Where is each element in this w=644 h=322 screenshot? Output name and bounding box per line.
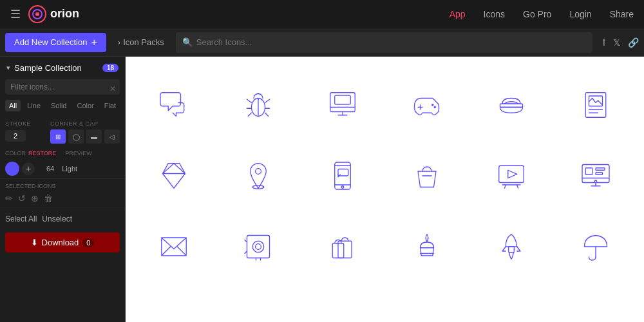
search-bar: 🔍 [176,32,592,53]
add-collection-label: Add New Collection [14,37,87,47]
cap-arrow-btn[interactable]: ◁ [104,129,120,144]
svg-point-49 [252,241,264,252]
collection-header: ▾ Sample Collection 18 [0,57,125,79]
svg-rect-42 [585,168,592,175]
svg-rect-48 [247,236,270,258]
icon-video-player[interactable] [469,140,553,211]
copy-icon[interactable]: ↺ [18,193,26,204]
icon-packs-label: Icon Packs [123,37,164,47]
corner-cap-group: CORNER & CAP ⊞ ◯ ▬ ◁ [50,120,120,144]
logo: orion [28,5,79,23]
svg-point-24 [256,169,261,175]
svg-rect-32 [498,166,524,182]
tab-all[interactable]: All [5,100,21,111]
nav-link-gopro[interactable]: Go Pro [523,9,551,19]
add-collection-button[interactable]: Add New Collection + [5,33,106,52]
hamburger-icon[interactable]: ☰ [10,7,21,21]
color-label: COLOR [5,150,26,156]
nav-link-login[interactable]: Login [569,9,591,19]
tab-solid[interactable]: Solid [47,100,70,111]
plus-icon: + [91,37,97,48]
svg-point-29 [341,186,344,189]
cap-round-btn[interactable]: ◯ [68,129,84,144]
icon-gamepad[interactable] [384,70,469,140]
icon-diamond[interactable] [132,140,216,211]
logo-text: orion [50,7,79,21]
corner-cap-label: CORNER & CAP [50,120,120,127]
svg-rect-44 [596,173,603,175]
icon-packs-button[interactable]: › Icon Packs [111,33,171,51]
icon-shopping-bags[interactable] [301,211,385,282]
tab-flat[interactable]: Flat [100,100,120,111]
svg-point-41 [594,180,597,183]
preview-value: 64 [46,165,54,173]
add-color-button[interactable]: + [22,162,35,175]
toolbar-social: f 𝕏 🔗 [603,37,639,48]
icon-actions: ✏ ↺ ⊕ 🗑 [5,192,120,205]
search-icon: 🔍 [182,37,193,47]
filter-input[interactable] [5,79,120,95]
main-area: ▾ Sample Collection 18 ✕ All Line Solid … [0,57,644,322]
tab-line[interactable]: Line [23,100,44,111]
svg-rect-16 [589,96,602,106]
svg-point-13 [433,106,436,109]
icon-envelope[interactable] [132,211,216,282]
icon-desktop-screen[interactable] [553,140,638,211]
nav-link-app[interactable]: App [450,9,466,19]
icon-chat-bubble[interactable] [132,70,216,140]
icon-umbrella[interactable] [553,211,638,282]
edit-icon[interactable]: ✏ [5,193,13,204]
nav-links: App Icons Go Pro Login Share [450,9,634,19]
facebook-icon[interactable]: f [603,37,605,48]
svg-line-22 [180,164,185,174]
svg-line-36 [516,185,518,188]
icon-safe-box[interactable] [216,211,301,282]
svg-rect-14 [500,104,522,107]
cap-buttons: ⊞ ◯ ▬ ◁ [50,129,120,144]
color-controls: + 64 Light [0,159,125,178]
icon-mobile-chat[interactable] [301,140,385,211]
icon-image-frame[interactable] [553,70,638,140]
download-button[interactable]: ⬇ Download 0 [5,232,120,252]
chevron-down-icon[interactable]: ▾ [6,64,10,72]
icon-location-pin[interactable] [216,140,301,211]
stroke-corner-section: STROKE CORNER & CAP ⊞ ◯ ▬ ◁ [0,117,125,147]
svg-line-47 [178,247,187,256]
download-label: Download [42,238,79,247]
sidebar: ▾ Sample Collection 18 ✕ All Line Solid … [0,57,126,322]
svg-rect-30 [338,169,348,176]
link-icon[interactable]: 🔗 [628,37,639,48]
color-row: COLOR RESTORE PREVIEW [0,147,125,159]
color-swatch[interactable] [5,162,19,176]
svg-point-50 [256,244,261,250]
selected-icons-label: SELECTED ICONS [5,183,120,189]
delete-icon[interactable]: 🗑 [44,193,53,204]
cap-square-btn[interactable]: ⊞ [50,129,66,144]
select-all-button[interactable]: Select All [5,214,37,223]
icon-grid [132,70,638,282]
nav-link-icons[interactable]: Icons [484,9,505,19]
icon-rocket[interactable] [469,211,553,282]
icon-bug[interactable] [216,70,301,140]
icon-shopping-bag[interactable] [384,140,469,211]
paste-icon[interactable]: ⊕ [31,193,39,204]
collection-count: 18 [102,64,118,72]
filter-input-wrap: ✕ [0,79,125,100]
cap-flat-btn[interactable]: ▬ [86,129,102,144]
filter-clear-icon[interactable]: ✕ [109,84,116,93]
icon-cupcake[interactable] [384,211,469,282]
svg-rect-58 [508,247,514,252]
stroke-group: STROKE [5,120,46,144]
icon-burger[interactable] [469,70,553,140]
icon-tv-monitor[interactable] [301,70,385,140]
chevron-right-icon: › [118,37,120,47]
download-icon: ⬇ [31,238,38,247]
nav-link-share[interactable]: Share [610,9,634,19]
twitter-icon[interactable]: 𝕏 [613,37,620,48]
stroke-input[interactable] [5,130,26,142]
tab-color[interactable]: Color [73,100,98,111]
style-tabs: All Line Solid Color Flat [0,100,125,117]
restore-label[interactable]: RESTORE [28,150,56,156]
unselect-button[interactable]: Unselect [42,214,72,223]
search-input[interactable] [196,37,586,47]
